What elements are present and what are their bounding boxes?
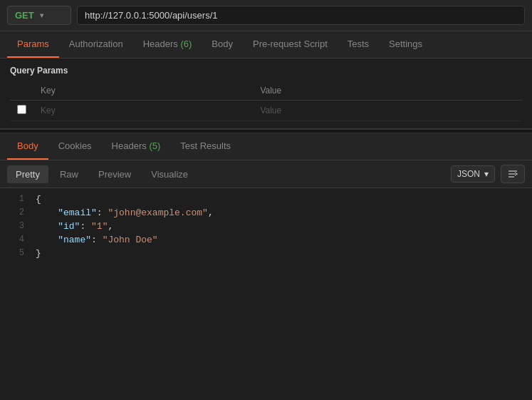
- response-tab-headers-badge: (5): [149, 140, 160, 151]
- method-label: GET: [15, 10, 34, 21]
- format-selector: JSON ▾: [451, 165, 525, 183]
- response-tab-cookies[interactable]: Cookies: [48, 133, 102, 160]
- response-tabs: Body Cookies Headers (5) Test Results: [0, 133, 532, 160]
- subtab-raw[interactable]: Raw: [51, 165, 87, 183]
- code-line-4: 4 "name": "John Doe": [0, 233, 532, 247]
- tab-body[interactable]: Body: [202, 31, 243, 58]
- method-chevron: ▾: [40, 11, 43, 19]
- line-1-content: {: [36, 194, 41, 205]
- query-params-title: Query Params: [10, 66, 522, 76]
- tab-body-label: Body: [212, 39, 233, 49]
- line-4-content: "name": "John Doe": [36, 235, 158, 245]
- code-line-5: 5 }: [0, 247, 532, 260]
- url-bar: GET ▾: [0, 0, 532, 31]
- subtab-preview[interactable]: Preview: [90, 165, 140, 183]
- response-tab-headers-label: Headers: [112, 140, 147, 151]
- url-input[interactable]: [77, 6, 525, 25]
- line-3-value: "1": [91, 221, 108, 232]
- subtab-pretty-label: Pretty: [16, 169, 40, 180]
- line-num-4: 4: [7, 235, 24, 245]
- line-2-value: "john@example.com": [108, 207, 207, 218]
- response-tab-headers[interactable]: Headers (5): [102, 133, 171, 160]
- row-key-placeholder: Key: [41, 106, 56, 116]
- subtab-visualize-label: Visualize: [151, 169, 188, 180]
- line-num-2: 2: [7, 207, 24, 217]
- params-col-value: Value: [253, 81, 522, 101]
- subtab-visualize[interactable]: Visualize: [142, 165, 197, 183]
- query-params-section: Query Params Key Value Key Value: [0, 58, 532, 129]
- line-4-value: "John Doe": [103, 235, 158, 245]
- line-4-key: "name": [36, 235, 91, 245]
- params-col-key: Key: [33, 81, 253, 101]
- tab-authorization[interactable]: Authorization: [59, 31, 133, 58]
- tab-authorization-label: Authorization: [69, 39, 123, 49]
- code-line-1: 1 {: [0, 193, 532, 206]
- line-3-key: "id": [36, 221, 80, 232]
- response-sub-bar: Pretty Raw Preview Visualize JSON ▾: [0, 160, 532, 188]
- method-dropdown[interactable]: GET ▾: [7, 6, 71, 25]
- response-tab-cookies-label: Cookies: [58, 140, 92, 151]
- table-row: Key Value: [10, 101, 522, 121]
- wrap-icon: [507, 168, 518, 180]
- code-line-3: 3 "id": "1",: [0, 220, 532, 233]
- subtab-raw-label: Raw: [60, 169, 78, 180]
- tab-tests[interactable]: Tests: [338, 31, 379, 58]
- response-tab-testresults-label: Test Results: [180, 140, 231, 151]
- request-tabs: Params Authorization Headers (6) Body Pr…: [0, 31, 532, 58]
- row-value-placeholder: Value: [260, 106, 281, 116]
- tab-settings-label: Settings: [389, 39, 422, 49]
- subtab-preview-label: Preview: [98, 169, 131, 180]
- wrap-button[interactable]: [501, 165, 525, 183]
- line-num-5: 5: [7, 248, 24, 258]
- params-col-checkbox: [10, 81, 33, 101]
- params-table: Key Value Key Value: [10, 81, 522, 121]
- tab-headers-badge: (6): [180, 39, 192, 49]
- tab-headers[interactable]: Headers (6): [133, 31, 202, 58]
- line-3-content: "id": "1",: [36, 221, 113, 232]
- line-2-key: "email": [36, 207, 97, 218]
- row-value-cell: Value: [253, 101, 522, 121]
- code-line-2: 2 "email": "john@example.com",: [0, 206, 532, 220]
- response-tab-body-label: Body: [17, 140, 38, 151]
- tab-params[interactable]: Params: [7, 31, 59, 58]
- format-chevron: ▾: [484, 169, 489, 179]
- format-label: JSON: [457, 169, 480, 179]
- subtab-pretty[interactable]: Pretty: [7, 165, 48, 183]
- tab-headers-label: Headers: [143, 39, 178, 49]
- response-tab-testresults[interactable]: Test Results: [170, 133, 241, 160]
- format-dropdown[interactable]: JSON ▾: [451, 165, 495, 183]
- row-checkbox-cell: [10, 101, 33, 121]
- row-checkbox[interactable]: [17, 105, 26, 114]
- line-num-3: 3: [7, 221, 24, 231]
- tab-settings[interactable]: Settings: [379, 31, 432, 58]
- response-tab-body[interactable]: Body: [7, 133, 48, 160]
- line-5-content: }: [36, 248, 41, 259]
- tab-tests-label: Tests: [348, 39, 369, 49]
- tab-prerequest-label: Pre-request Script: [253, 39, 328, 49]
- line-2-content: "email": "john@example.com",: [36, 207, 214, 218]
- tab-prerequest[interactable]: Pre-request Script: [243, 31, 338, 58]
- line-num-1: 1: [7, 194, 24, 204]
- code-block: 1 { 2 "email": "john@example.com", 3 "id…: [0, 188, 532, 265]
- row-key-cell: Key: [33, 101, 253, 121]
- tab-params-label: Params: [17, 39, 49, 49]
